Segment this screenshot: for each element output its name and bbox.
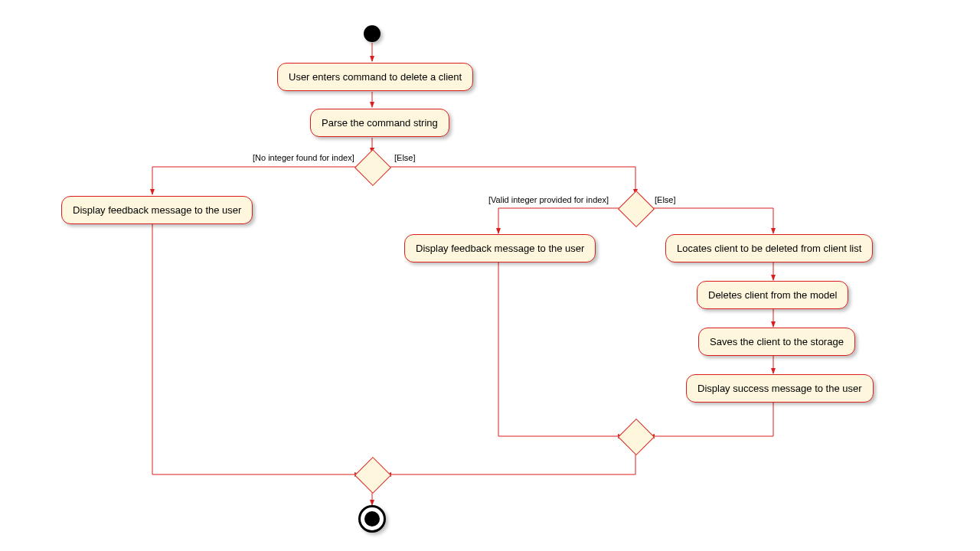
guard-no-integer: [No integer found for index]	[253, 153, 354, 162]
initial-node	[364, 25, 381, 42]
activity-feedback-left: Display feedback message to the user	[61, 196, 253, 224]
activity-label: Parse the command string	[322, 117, 438, 129]
activity-parse-command: Parse the command string	[310, 109, 449, 137]
activity-save-client: Saves the client to the storage	[698, 328, 855, 356]
decision-valid-integer	[618, 191, 655, 227]
activity-label: Display success message to the user	[697, 383, 862, 394]
activity-diagram: User enters command to delete a client P…	[0, 0, 980, 551]
activity-delete-client: Deletes client from the model	[697, 281, 848, 309]
activity-label: Display feedback message to the user	[416, 243, 584, 254]
activity-label: Display feedback message to the user	[73, 204, 241, 216]
activity-label: Locates client to be deleted from client…	[677, 243, 861, 254]
activity-label: Saves the client to the storage	[710, 336, 844, 347]
activity-enter-command: User enters command to delete a client	[277, 63, 473, 91]
merge-inner	[618, 419, 655, 455]
activity-label: User enters command to delete a client	[289, 71, 462, 83]
activity-label: Deletes client from the model	[708, 289, 837, 301]
edges-layer	[0, 0, 980, 551]
activity-display-success: Display success message to the user	[686, 374, 874, 403]
guard-else-1: [Else]	[394, 153, 416, 162]
activity-feedback-mid: Display feedback message to the user	[404, 234, 596, 262]
activity-locate-client: Locates client to be deleted from client…	[665, 234, 873, 262]
guard-valid-integer: [Valid integer provided for index]	[488, 195, 609, 204]
guard-else-2: [Else]	[655, 195, 676, 204]
final-node	[358, 505, 386, 533]
merge-outer	[354, 457, 391, 494]
decision-integer-found	[354, 149, 391, 186]
